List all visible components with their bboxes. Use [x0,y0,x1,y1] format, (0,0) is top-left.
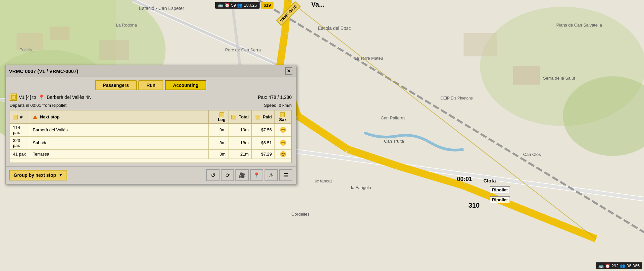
bottom-people-icon: 👥 [620,263,625,268]
toolbar-icon-6[interactable]: ☰ [279,169,292,181]
svg-text:Tudela...: Tudela... [20,48,35,52]
route-info-row: V1 [4] to 📍 Barberà del Vallès 4N Pax: 4… [10,94,292,101]
top-hud: 🚌 ⏰ 59 👥 18,626 $19 [215,2,273,9]
col-header-number: # [10,110,30,124]
svg-text:Clota: Clota [483,178,496,183]
cell-total-0: 19m [228,123,252,136]
svg-text:sc tancat: sc tancat [315,178,332,183]
money-value: $19 [264,3,271,8]
paid-col-icon [256,115,260,119]
dialog-body: Passengers Run Accounting V1 [4] to 📍 Ba… [6,77,296,166]
top-time-value: 59 [231,3,236,8]
bottom-population-value: 36,365 [626,263,640,268]
cell-number-1: 323 pax [10,136,30,149]
cell-paid-1: $6.51 [252,136,275,149]
cell-stop-0: Barberà del Vallès [30,123,209,136]
svg-text:la Farigola: la Farigola [351,185,371,190]
cell-leg-1: 8m [209,136,228,149]
tab-bar: Passengers Run Accounting [10,80,292,90]
dialog-titlebar: VRMC 0007 (V1 / VRMC-0007) ✕ [6,65,296,77]
svg-text:Va...: Va... [311,1,324,8]
svg-text:Parc de Can Serra: Parc de Can Serra [225,47,261,52]
col-header-sax: Sax [275,110,291,124]
group-by-label: Group by next stop [14,172,56,178]
svg-rect-46 [12,96,15,99]
toolbar-icon-4[interactable]: 📍 [250,169,263,181]
bus-icon: 🚌 [218,3,223,8]
location-icon: 📍 [38,94,45,101]
cell-paid-2: $7.29 [252,149,275,159]
sax-col-icon [280,112,285,117]
bottom-hud: 🚌 ⏰ 292 👥 36,365 [596,262,642,269]
svg-line-15 [280,33,285,66]
bottom-bus-icon: 🚌 [598,263,604,268]
tab-run[interactable]: Run [138,80,163,90]
map-station-ripollet-1: Ripollet [490,186,510,193]
cell-sax-2: 😊 [275,149,291,159]
svg-rect-24 [50,27,70,40]
bottom-clock-icon: ⏰ [605,263,610,268]
svg-text:Can Truita: Can Truita [384,139,404,144]
cell-total-1: 18m [228,136,252,149]
svg-rect-26 [464,33,497,56]
svg-text:CEIP Els Pinetons: CEIP Els Pinetons [440,96,473,101]
table-body: 114 pax Barberà del Vallès 9m 19m $7.56 … [10,123,291,159]
group-by-next-stop-button[interactable]: Group by next stop ▼ [9,170,67,180]
route-info-left: V1 [4] to 📍 Barberà del Vallès 4N [10,94,91,101]
people-icon: 👥 [237,3,242,8]
svg-text:Cordelles: Cordelles [291,212,310,217]
bottom-time-value: 292 [612,263,619,268]
table-row: 323 pax Sabadell 8m 18m $6.51 😊 [10,136,291,149]
cell-number-2: 41 pax [10,149,30,159]
col-header-stop: Next stop [30,110,209,124]
svg-rect-25 [99,40,129,60]
cell-number-0: 114 pax [10,123,30,136]
route-icon [10,94,17,101]
triangle-icon [33,115,37,119]
dialog-footer: Group by next stop ▼ ↺ ⟳ 🎥 📍 ⚠ ☰ [6,166,296,184]
svg-text:La Rodona: La Rodona [116,23,137,28]
cell-stop-1: Sabadell [30,136,209,149]
toolbar-icon-1[interactable]: ↺ [206,169,220,181]
toolbar-icon-3[interactable]: 🎥 [235,169,249,181]
top-population-value: 18,626 [244,3,257,8]
tab-accounting[interactable]: Accounting [165,80,206,90]
top-hud-badge: 🚌 ⏰ 59 👥 18,626 [215,2,260,9]
cell-sax-0: 😊 [275,123,291,136]
svg-text:Estació - Can Espeter: Estació - Can Espeter [139,6,184,11]
cell-leg-0: 9m [209,123,228,136]
svg-text:Plans de Can Salvatella: Plans de Can Salvatella [556,23,602,28]
dropdown-arrow-icon: ▼ [59,173,63,177]
cell-leg-2: 8m [209,149,228,159]
route-label: V1 [4] to [19,95,36,100]
toolbar-icon-5[interactable]: ⚠ [265,169,278,181]
svg-text:Escola del Bosc: Escola del Bosc [318,26,351,31]
svg-text:Can Clos: Can Clos [523,152,541,157]
svg-rect-23 [17,33,43,50]
speed-info: Speed: 0 km/h [264,103,292,108]
cell-stop-2: Terrassa [30,149,209,159]
pax-value: 478 / 1,280 [269,95,292,100]
toolbar-icons: ↺ ⟳ 🎥 📍 ⚠ ☰ [206,169,292,181]
col-header-total: Total [228,110,252,124]
map-station-ripollet-2: Ripollet [490,196,510,203]
close-button[interactable]: ✕ [285,67,292,75]
cell-sax-1: 😊 [275,136,291,149]
depart-info-row: Departs in 00:01 from Ripollet Speed: 0 … [10,103,292,108]
total-col-icon [231,115,236,119]
destination-label: Barberà del Vallès 4N [47,95,91,100]
toolbar-icon-2[interactable]: ⟳ [221,169,234,181]
clock-icon: ⏰ [224,3,230,8]
passenger-table-container: # Next stop Leg Total [10,110,292,163]
table-header-row: # Next stop Leg Total [10,110,291,124]
cell-paid-0: $7.56 [252,123,275,136]
depart-info: Departs in 00:01 from Ripollet [10,103,67,108]
svg-rect-27 [513,66,540,85]
tab-passengers[interactable]: Passengers [95,80,137,90]
pax-label: Pax: [258,95,267,100]
route-info-right: Pax: 478 / 1,280 [258,95,292,100]
svg-text:Can Pallarès: Can Pallarès [381,115,406,120]
col-header-leg: Leg [209,110,228,124]
table-row: 41 pax Terrassa 8m 21m $7.29 😊 [10,149,291,159]
cell-total-2: 21m [228,149,252,159]
